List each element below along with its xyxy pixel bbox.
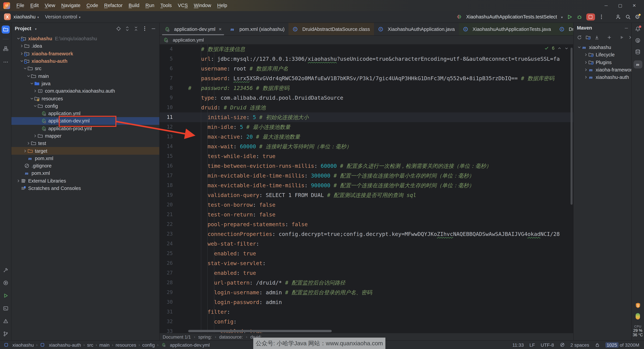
- tree-item-java[interactable]: java: [12, 80, 159, 87]
- reader-mode-icon[interactable]: [560, 342, 565, 347]
- editor-line-26[interactable]: 26 stat-view-servlet:: [160, 258, 573, 268]
- ai-assistant-icon[interactable]: [635, 38, 641, 43]
- expand-toolbar-icon[interactable]: [628, 35, 631, 40]
- vcs-widget[interactable]: Version control: [45, 14, 77, 20]
- chevron-right-icon[interactable]: [33, 134, 38, 138]
- tree-item-Lifecycle[interactable]: Lifecycle: [574, 51, 631, 59]
- editor-line-31[interactable]: 31 filter:: [160, 307, 573, 317]
- chevron-down-icon[interactable]: [26, 74, 31, 78]
- tree-item-xiaoha-framework[interactable]: mxiaoha-framework: [574, 66, 631, 74]
- project-icon[interactable]: X: [4, 14, 11, 20]
- editor-line-21[interactable]: 21 test-on-return: false: [160, 210, 573, 219]
- chevron-right-icon[interactable]: [20, 44, 24, 49]
- menu-edit[interactable]: Edit: [27, 0, 42, 11]
- chevron-right-icon[interactable]: [584, 53, 588, 57]
- tree-item-src[interactable]: src: [12, 65, 159, 72]
- tree-item-.idea[interactable]: .idea: [12, 43, 159, 50]
- tree-item-xiaohashu[interactable]: mxiaohashu: [574, 44, 631, 51]
- menu-run[interactable]: Run: [142, 0, 157, 11]
- editor-line-22[interactable]: 22 pool-prepared-statements: false: [160, 219, 573, 229]
- chevron-down-icon[interactable]: [30, 81, 34, 86]
- menu-code[interactable]: Code: [84, 0, 101, 11]
- horizontal-scrollbar[interactable]: [188, 330, 332, 332]
- reload-maven-icon[interactable]: [577, 35, 582, 40]
- editor-line-32[interactable]: 32 config:: [160, 317, 573, 326]
- maven-panel-title[interactable]: Maven: [577, 25, 592, 31]
- tree-item-application-dev.yml[interactable]: application-dev.yml: [12, 117, 159, 125]
- add-maven-project-icon[interactable]: [607, 35, 612, 40]
- editor-line-13[interactable]: 13 max-active: 20 # 最大连接池数量: [160, 132, 573, 142]
- chevron-down-icon[interactable]: [30, 96, 34, 101]
- editor-line-11[interactable]: 11 initial-size: 5 # 初始化连接池大小: [160, 112, 573, 122]
- editor-line-19[interactable]: 19 validation-query: SELECT 1 FROM DUAL …: [160, 190, 573, 200]
- editor-line-5[interactable]: 5 url: jdbc:mysql://127.0.0.1:3306/xiaoh…: [160, 54, 573, 64]
- tree-item-application-prod.yml[interactable]: application-prod.yml: [12, 125, 159, 132]
- tree-item-xiaohashu-auth[interactable]: xiaohashu-auth: [12, 57, 159, 65]
- expand-all-icon[interactable]: [125, 26, 130, 31]
- status-path-xiaohashu-auth[interactable]: xiaohashu-auth: [40, 342, 81, 347]
- editor-line-17[interactable]: 17 min-evictable-idle-time-millis: 30000…: [160, 171, 573, 181]
- vertical-scrollbar[interactable]: [570, 48, 572, 205]
- tree-item-pom.xml[interactable]: mpom.xml: [12, 170, 159, 177]
- status-path-config[interactable]: config: [142, 342, 155, 347]
- editor-line-20[interactable]: 20 test-on-borrow: false: [160, 200, 573, 210]
- menu-file[interactable]: File: [14, 0, 27, 11]
- status-path-resources[interactable]: resources: [116, 342, 136, 347]
- code-editor[interactable]: 4 # 数据库连接信息5 url: jdbc:mysql://127.0.0.1…: [160, 44, 573, 333]
- menu-tools[interactable]: Tools: [157, 0, 175, 11]
- chevron-right-icon[interactable]: [26, 141, 31, 146]
- menu-view[interactable]: View: [42, 0, 58, 11]
- editor-line-12[interactable]: 12 min-idle: 5 # 最小连接池数量: [160, 122, 573, 132]
- editor-line-10[interactable]: 10 druid: # Druid 连接池: [160, 103, 573, 112]
- tree-item-application.yml[interactable]: application.yml: [12, 110, 159, 117]
- tree-item-resources[interactable]: resources: [12, 95, 159, 102]
- status-path-application-dev.yml[interactable]: application-dev.yml: [161, 342, 210, 347]
- tree-item-config[interactable]: config: [12, 102, 159, 110]
- editor-line-6[interactable]: 6 username: root # 数据库用户名: [160, 64, 573, 74]
- tree-item-pom.xml[interactable]: mpom.xml: [12, 155, 159, 162]
- tab-DruidAbstractDataSource.class[interactable]: CDruidAbstractDataSource.class: [289, 23, 374, 35]
- editor-line-7[interactable]: 7 password: Lsrx5XSRvGVdr4qRWC502o0MAfuE…: [160, 74, 573, 83]
- tab-XiaohashuAuthApplicationTests.java[interactable]: CXiaohashuAuthApplicationTests.java: [459, 23, 555, 35]
- status-path-src[interactable]: src: [87, 342, 93, 347]
- database-icon[interactable]: [635, 49, 641, 55]
- indent-setting[interactable]: 2 spaces: [570, 342, 589, 347]
- chevron-down-icon[interactable]: [20, 59, 24, 64]
- locate-file-icon[interactable]: [116, 26, 121, 31]
- editor-line-16[interactable]: 16 time-between-eviction-runs-millis: 60…: [160, 161, 573, 171]
- run-maven-icon[interactable]: [619, 35, 624, 40]
- editor-line-23[interactable]: 23 connectionProperties: config.decrypt=…: [160, 229, 573, 239]
- status-path-xiaohashu[interactable]: xiaohashu: [3, 342, 34, 347]
- settings-gear-icon[interactable]: ⚙: [635, 14, 640, 20]
- editor-line-14[interactable]: 14 max-wait: 60000 # 连接时最大等待时间（单位：毫秒）: [160, 142, 573, 151]
- editor-line-25[interactable]: 25 enabled: true: [160, 249, 573, 258]
- inspection-widget[interactable]: 6: [544, 46, 568, 51]
- cpu-widget[interactable]: CPU 29 % 36 °C: [633, 324, 643, 337]
- chevron-right-icon[interactable]: [33, 89, 38, 93]
- chevron-down-icon[interactable]: [577, 45, 582, 50]
- git-branch-icon[interactable]: [2, 330, 10, 338]
- tree-item-test[interactable]: test: [12, 140, 159, 147]
- tree-item-Scratches and Consoles[interactable]: Scratches and Consoles: [12, 185, 159, 192]
- more-options-icon[interactable]: ⋮: [142, 26, 147, 32]
- more-actions-icon[interactable]: ⋮: [599, 14, 604, 20]
- tree-item-Plugins[interactable]: Plugins: [574, 59, 631, 66]
- sync-folders-icon[interactable]: [586, 35, 591, 40]
- tree-item-External Libraries[interactable]: External Libraries: [12, 177, 159, 185]
- editor-breadcrumb-datasource:[interactable]: datasource:: [219, 334, 243, 339]
- editor-line-4[interactable]: 4 # 数据库连接信息: [160, 44, 573, 54]
- chevron-right-icon[interactable]: [584, 75, 588, 80]
- editor-line-29[interactable]: 29 login-username: admin # 配置监控后台登录的用户名、…: [160, 288, 573, 297]
- hide-panel-icon[interactable]: ─: [625, 25, 628, 30]
- search-icon[interactable]: [625, 14, 631, 20]
- editor-line-28[interactable]: 28 url-pattern: /druid/* # 配置监控后台访问路径: [160, 278, 573, 288]
- project-widget[interactable]: xiaohashu: [14, 14, 36, 20]
- more-tool-windows-icon[interactable]: [2, 58, 10, 66]
- menu-window[interactable]: Window: [191, 0, 214, 11]
- editor-line-27[interactable]: 27 enabled: true: [160, 268, 573, 278]
- tab-application-dev.yml[interactable]: application-dev.yml×: [160, 23, 226, 35]
- close-button[interactable]: ✕: [627, 0, 641, 11]
- memory-capsule-icon[interactable]: [636, 313, 640, 319]
- tree-item-xiaoha-framework[interactable]: xiaoha-framework: [12, 50, 159, 57]
- chevron-down-icon[interactable]: [23, 66, 28, 71]
